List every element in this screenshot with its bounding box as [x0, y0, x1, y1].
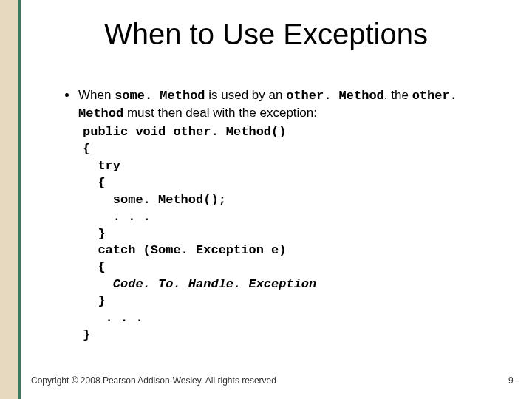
bullet-code-1: some. Method: [115, 89, 205, 103]
code-line-1: public void other. Method(): [83, 125, 286, 139]
bullet-text-1: When: [78, 88, 115, 102]
slide-body: When some. Method is used by an other. M…: [65, 87, 502, 344]
bullet-text-4: must then deal with the exception:: [123, 106, 317, 120]
left-accent-bar: [0, 0, 21, 399]
bullet-text-2: is used by an: [205, 88, 287, 102]
page-number: 9 -: [508, 375, 519, 386]
copyright-text: Copyright © 2008 Pearson Addison-Wesley.…: [31, 375, 276, 386]
code-line-10-text: Code. To. Handle. Exception: [113, 277, 316, 291]
code-line-12: . . .: [83, 311, 143, 325]
code-line-11: }: [83, 294, 106, 308]
slide-title: When to Use Exceptions: [0, 18, 532, 51]
bullet-item: When some. Method is used by an other. M…: [65, 87, 502, 123]
code-line-9: {: [83, 260, 106, 274]
code-line-3: try: [83, 159, 120, 173]
bullet-dot-icon: [65, 93, 69, 97]
code-line-10-indent: [83, 277, 113, 291]
code-line-5: some. Method();: [83, 193, 226, 207]
code-line-6: . . .: [83, 210, 151, 224]
code-line-7: }: [83, 227, 106, 241]
code-line-4: {: [83, 176, 106, 190]
bullet-code-2: other. Method: [286, 89, 384, 103]
code-block: public void other. Method() { try { some…: [83, 124, 502, 344]
code-line-13: }: [83, 328, 90, 342]
code-line-2: {: [83, 142, 90, 156]
code-line-8: catch (Some. Exception e): [83, 243, 286, 257]
slide: When to Use Exceptions When some. Method…: [0, 0, 532, 399]
bullet-text-3: , the: [384, 88, 412, 102]
